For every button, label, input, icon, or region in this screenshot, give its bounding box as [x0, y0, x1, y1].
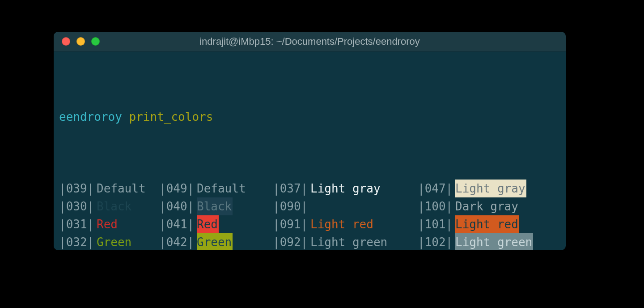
color-swatch: Dark gray	[455, 197, 558, 215]
prompt-command: print_colors	[129, 108, 213, 126]
prompt-user: eendroroy	[59, 108, 122, 126]
color-name: Default	[97, 180, 159, 197]
terminal-body[interactable]: eendroroy print_colors |039| Default|049…	[54, 51, 566, 250]
color-swatch: Green	[197, 233, 273, 250]
ansi-code: |039|	[59, 180, 97, 197]
ansi-code: |102|	[418, 233, 455, 250]
prompt-line-1: eendroroy print_colors	[59, 108, 560, 126]
ansi-code: |030|	[59, 197, 97, 215]
color-swatch: Red	[197, 215, 273, 233]
color-swatch: Light green	[455, 233, 558, 250]
ansi-code: |037|	[273, 180, 310, 197]
ansi-code: |031|	[59, 215, 97, 233]
traffic-lights	[54, 37, 100, 46]
close-icon[interactable]	[62, 37, 70, 46]
ansi-code: |049|	[159, 180, 197, 197]
ansi-code: |090|	[273, 197, 310, 215]
zoom-icon[interactable]	[91, 37, 100, 46]
ansi-code: |040|	[159, 197, 197, 215]
color-row: |030| Black|040| Black|090| |100| Dark g…	[59, 197, 560, 215]
color-swatch: Black	[197, 197, 273, 215]
titlebar: indrajit@iMbp15: ~/Documents/Projects/ee…	[54, 32, 566, 51]
color-swatch: Default	[197, 180, 273, 197]
ansi-code: |047|	[418, 180, 455, 197]
color-name: Light green	[310, 233, 418, 250]
ansi-code: |101|	[418, 215, 455, 233]
ansi-code: |041|	[159, 215, 197, 233]
terminal-window: indrajit@iMbp15: ~/Documents/Projects/ee…	[54, 32, 566, 250]
minimize-icon[interactable]	[76, 37, 85, 46]
ansi-code: |100|	[418, 197, 455, 215]
ansi-code: |032|	[59, 233, 97, 250]
ansi-code: |042|	[159, 233, 197, 250]
color-name: Light red	[310, 215, 418, 233]
color-name: Red	[97, 215, 159, 233]
window-title: indrajit@iMbp15: ~/Documents/Projects/ee…	[54, 36, 566, 47]
ansi-code: |092|	[273, 233, 310, 250]
color-row: |032| Green|042| Green|092| Light green|…	[59, 233, 560, 250]
color-row: |039| Default|049| Default|037| Light gr…	[59, 180, 560, 197]
color-name: Black	[97, 197, 159, 215]
color-swatch: Light red	[455, 215, 558, 233]
ansi-code: |091|	[273, 215, 310, 233]
color-name: Green	[97, 233, 159, 250]
color-name: Light gray	[310, 180, 418, 197]
color-name	[310, 197, 418, 215]
color-swatch: Light gray	[455, 180, 558, 197]
color-row: |031| Red|041| Red|091| Light red|101| L…	[59, 215, 560, 233]
